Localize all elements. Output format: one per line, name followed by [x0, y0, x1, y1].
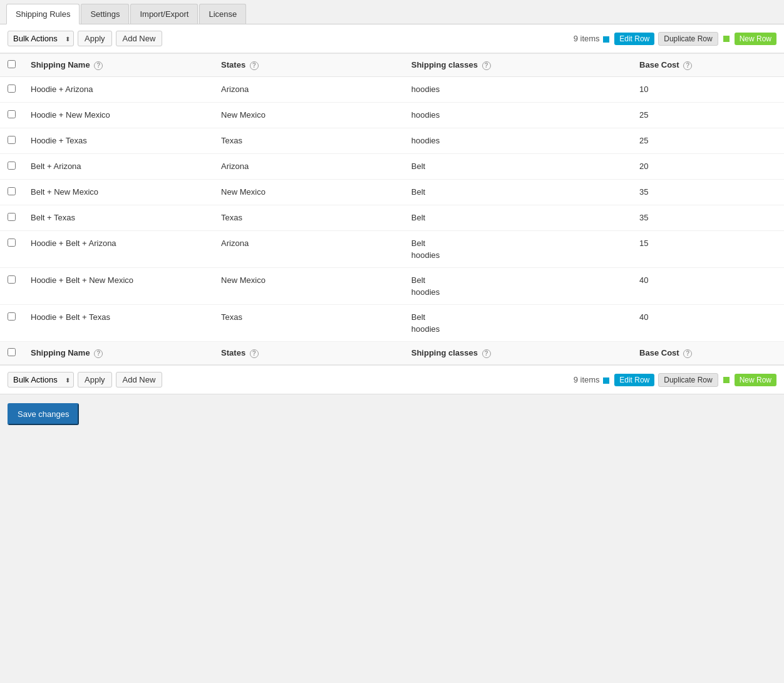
select-all-col — [0, 54, 23, 77]
items-count-text: 9 items — [574, 34, 600, 43]
shipping-name-help-icon[interactable]: ? — [94, 61, 103, 70]
new-row-button-top[interactable]: New Row — [735, 33, 776, 45]
row-checkbox-cell-1 — [0, 103, 23, 128]
tabs-bar: Shipping RulesSettingsImport/ExportLicen… — [0, 0, 784, 24]
row-checkbox-7[interactable] — [8, 275, 16, 284]
row-checkbox-0[interactable] — [8, 85, 16, 93]
row-base-cost-1: 25 — [632, 103, 784, 128]
base-cost-footer-help-icon[interactable]: ? — [683, 349, 692, 358]
row-states-7: New Mexico — [214, 268, 404, 305]
apply-button-bottom[interactable]: Apply — [78, 372, 112, 388]
base-cost-help-icon[interactable]: ? — [683, 61, 692, 70]
row-checkbox-3[interactable] — [8, 162, 16, 170]
tab-license[interactable]: License — [199, 4, 246, 24]
states-footer-label: States — [221, 348, 245, 357]
save-changes-button[interactable]: Save changes — [8, 403, 79, 425]
row-checkbox-4[interactable] — [8, 187, 16, 195]
green-square-icon-bottom — [723, 377, 730, 383]
bottom-toolbar-right: 9 items Edit Row Duplicate Row New Row — [574, 373, 776, 387]
row-states-1: New Mexico — [214, 103, 404, 128]
row-name-8: Hoodie + Belt + Texas — [23, 305, 214, 342]
row-classes-8: Belthoodies — [404, 305, 632, 342]
row-classes-5: Belt — [404, 205, 632, 231]
row-checkbox-cell-5 — [0, 205, 23, 231]
row-base-cost-7: 40 — [632, 268, 784, 305]
row-checkbox-5[interactable] — [8, 213, 16, 221]
row-checkbox-2[interactable] — [8, 136, 16, 144]
duplicate-row-button-bottom[interactable]: Duplicate Row — [658, 373, 718, 387]
class-label: Belt — [411, 239, 624, 248]
shipping-name-footer-help-icon[interactable]: ? — [94, 349, 103, 358]
states-footer-help-icon[interactable]: ? — [250, 349, 259, 358]
row-checkbox-6[interactable] — [8, 239, 16, 247]
green-square-icon-top — [723, 36, 730, 42]
class-label: hoodies — [411, 287, 624, 297]
items-count-top: 9 items — [574, 34, 611, 43]
row-states-6: Arizona — [214, 231, 404, 268]
col-footer-shipping-name: Shipping Name ? — [23, 342, 214, 365]
select-all-col-bottom — [0, 342, 23, 365]
row-base-cost-2: 25 — [632, 128, 784, 154]
row-classes-7: Belthoodies — [404, 268, 632, 305]
table-footer-row: Shipping Name ? States ? Shipping classe… — [0, 342, 784, 365]
class-label: Belt — [411, 275, 624, 285]
duplicate-row-button-top[interactable]: Duplicate Row — [658, 32, 718, 46]
class-label: hoodies — [411, 250, 624, 260]
shipping-name-footer-label: Shipping Name — [31, 348, 90, 357]
edit-row-button-top[interactable]: Edit Row — [614, 33, 654, 45]
col-footer-base-cost: Base Cost ? — [632, 342, 784, 365]
row-checkbox-cell-4 — [0, 180, 23, 205]
select-all-checkbox-bottom[interactable] — [8, 348, 16, 356]
main-content: Bulk Actions Apply Add New 9 items Edit … — [0, 24, 784, 394]
bulk-actions-select[interactable]: Bulk Actions — [8, 31, 74, 46]
table-row: Hoodie + ArizonaArizonahoodies10 — [0, 77, 784, 103]
shipping-classes-help-icon[interactable]: ? — [482, 61, 491, 70]
states-help-icon[interactable]: ? — [250, 61, 259, 70]
table-row: Hoodie + New MexicoNew Mexicohoodies25 — [0, 103, 784, 128]
base-cost-label: Base Cost — [639, 60, 679, 69]
row-classes-0: hoodies — [404, 77, 632, 103]
select-all-checkbox[interactable] — [8, 60, 16, 68]
row-classes-1: hoodies — [404, 103, 632, 128]
col-footer-states: States ? — [214, 342, 404, 365]
row-checkbox-cell-7 — [0, 268, 23, 305]
row-name-3: Belt + Arizona — [23, 154, 214, 180]
row-name-4: Belt + New Mexico — [23, 180, 214, 205]
row-checkbox-cell-0 — [0, 77, 23, 103]
row-base-cost-3: 20 — [632, 154, 784, 180]
add-new-button-bottom[interactable]: Add New — [116, 372, 163, 388]
row-checkbox-cell-6 — [0, 231, 23, 268]
apply-button-top[interactable]: Apply — [78, 31, 112, 46]
col-header-shipping-classes: Shipping classes ? — [404, 54, 632, 77]
class-label: Belt — [411, 312, 624, 322]
table-row: Belt + TexasTexasBelt35 — [0, 205, 784, 231]
add-new-button-top[interactable]: Add New — [116, 31, 163, 46]
row-base-cost-5: 35 — [632, 205, 784, 231]
shipping-classes-footer-help-icon[interactable]: ? — [482, 349, 491, 358]
row-states-0: Arizona — [214, 77, 404, 103]
col-footer-shipping-classes: Shipping classes ? — [404, 342, 632, 365]
items-count-bottom: 9 items — [574, 375, 611, 384]
tab-settings[interactable]: Settings — [81, 4, 129, 24]
col-header-states: States ? — [214, 54, 404, 77]
footer-bar: Save changes — [0, 394, 784, 434]
table-row: Hoodie + Belt + TexasTexasBelthoodies40 — [0, 305, 784, 342]
shipping-name-label: Shipping Name — [31, 60, 90, 69]
cyan-square-icon — [603, 36, 609, 43]
row-name-2: Hoodie + Texas — [23, 128, 214, 154]
bulk-actions-select-bottom[interactable]: Bulk Actions — [8, 372, 74, 388]
row-base-cost-8: 40 — [632, 305, 784, 342]
table-row: Belt + ArizonaArizonaBelt20 — [0, 154, 784, 180]
row-checkbox-8[interactable] — [8, 312, 16, 321]
cyan-square-icon-bottom — [603, 377, 609, 384]
col-header-shipping-name: Shipping Name ? — [23, 54, 214, 77]
tab-shipping-rules[interactable]: Shipping Rules — [6, 4, 80, 24]
edit-row-button-bottom[interactable]: Edit Row — [614, 374, 654, 386]
row-name-0: Hoodie + Arizona — [23, 77, 214, 103]
new-row-button-bottom[interactable]: New Row — [735, 374, 776, 386]
tab-import-export[interactable]: Import/Export — [130, 4, 198, 24]
col-header-base-cost: Base Cost ? — [632, 54, 784, 77]
row-checkbox-cell-3 — [0, 154, 23, 180]
row-name-6: Hoodie + Belt + Arizona — [23, 231, 214, 268]
row-checkbox-1[interactable] — [8, 110, 16, 118]
